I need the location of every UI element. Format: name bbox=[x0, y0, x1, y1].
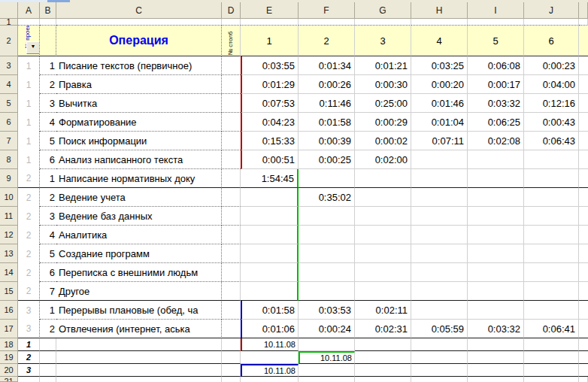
cell-project-number[interactable]: 3 bbox=[18, 320, 40, 338]
empty-cell[interactable] bbox=[56, 19, 222, 26]
cell-day-col[interactable] bbox=[222, 169, 241, 188]
cell-time[interactable] bbox=[411, 207, 468, 226]
autofilter-dropdown-button[interactable]: ▼ bbox=[26, 41, 40, 54]
cell-time[interactable]: 0:06:25 bbox=[468, 113, 524, 132]
cell-time[interactable] bbox=[299, 169, 355, 188]
cell-time[interactable]: 0:11:46 bbox=[299, 94, 355, 113]
cell-time[interactable]: 0:00:23 bbox=[524, 56, 579, 75]
cell-date[interactable] bbox=[468, 351, 524, 364]
cell-task[interactable]: Другое bbox=[56, 282, 222, 301]
cell-time[interactable] bbox=[468, 282, 524, 301]
cell-date[interactable] bbox=[524, 351, 579, 364]
cell-time[interactable]: 0:00:17 bbox=[468, 75, 524, 94]
column-header-G[interactable]: G bbox=[355, 2, 411, 19]
row-header-7[interactable]: 7 bbox=[0, 132, 18, 150]
row-header-9[interactable]: 9 bbox=[0, 169, 18, 188]
row-header-4[interactable]: 4 bbox=[0, 75, 18, 94]
cell-day-col[interactable] bbox=[222, 282, 241, 301]
cell-date[interactable]: 10.11.08 bbox=[241, 364, 299, 377]
cell-date[interactable] bbox=[524, 364, 579, 377]
column-header-H[interactable]: H bbox=[411, 2, 468, 19]
cell-time[interactable] bbox=[411, 150, 468, 169]
empty-cell[interactable] bbox=[241, 19, 299, 26]
empty-cell[interactable] bbox=[524, 19, 579, 26]
cell-day-col[interactable] bbox=[222, 320, 241, 338]
cell-day-col[interactable] bbox=[222, 113, 241, 132]
cell-time[interactable] bbox=[241, 188, 299, 207]
cell-operation-number[interactable]: 3 bbox=[40, 94, 56, 113]
cell-project-number[interactable]: 2 bbox=[18, 244, 40, 263]
cell-date[interactable] bbox=[355, 338, 411, 351]
cell-task[interactable]: Вычитка bbox=[56, 94, 222, 113]
cell-date[interactable] bbox=[241, 351, 299, 364]
cell-date[interactable] bbox=[355, 364, 411, 377]
row-header-5[interactable]: 5 bbox=[0, 94, 18, 113]
cell-day-col[interactable] bbox=[222, 56, 241, 75]
empty-cell[interactable] bbox=[411, 19, 468, 26]
cell-time[interactable]: 0:04:00 bbox=[524, 75, 579, 94]
cell-time[interactable] bbox=[241, 282, 299, 301]
cell-time[interactable]: 0:00:25 bbox=[299, 150, 355, 169]
cell-date[interactable]: 10.11.08 bbox=[299, 351, 355, 364]
column-header-F[interactable]: F bbox=[299, 2, 355, 19]
cell-time[interactable] bbox=[468, 263, 524, 282]
empty-cell[interactable] bbox=[524, 377, 579, 382]
cell-time[interactable]: 0:01:21 bbox=[355, 56, 411, 75]
column-header-I[interactable]: I bbox=[468, 2, 524, 19]
cell-task[interactable]: Отвлечения (интернет, аська bbox=[56, 320, 222, 338]
cell-operation-number[interactable]: 1 bbox=[40, 301, 56, 320]
row-header-11[interactable]: 11 bbox=[0, 207, 18, 226]
cell-time[interactable] bbox=[468, 169, 524, 188]
cell-time[interactable] bbox=[411, 169, 468, 188]
cell-task[interactable]: Поиск информации bbox=[56, 132, 222, 150]
cell-date[interactable] bbox=[411, 364, 468, 377]
empty-cell[interactable] bbox=[222, 19, 241, 26]
cell-operation-number[interactable]: 1 bbox=[40, 56, 56, 75]
cell-time[interactable] bbox=[411, 188, 468, 207]
cell-day-col[interactable] bbox=[222, 75, 241, 94]
cell-day-col[interactable] bbox=[222, 188, 241, 207]
row-header-16[interactable]: 16 bbox=[0, 301, 18, 320]
cell-time[interactable] bbox=[299, 282, 355, 301]
cell-project-number[interactable]: 1 bbox=[18, 75, 40, 94]
cell-date[interactable]: 10.11.08 bbox=[241, 338, 299, 351]
cell-project-number[interactable]: 1 bbox=[18, 56, 40, 75]
cell-time[interactable]: 0:03:25 bbox=[411, 56, 468, 75]
empty-cell[interactable] bbox=[355, 377, 411, 382]
empty-cell[interactable] bbox=[40, 19, 56, 26]
cell-time[interactable]: 0:01:58 bbox=[299, 113, 355, 132]
cell-project-number[interactable]: 1 bbox=[18, 94, 40, 113]
cell-empty[interactable] bbox=[222, 364, 241, 377]
cell-time[interactable]: 0:00:51 bbox=[241, 150, 299, 169]
row-header-13[interactable]: 13 bbox=[0, 244, 18, 263]
cell-empty[interactable] bbox=[56, 364, 222, 377]
column-header-J[interactable]: J bbox=[524, 2, 579, 19]
cell-time[interactable] bbox=[355, 169, 411, 188]
cell-time[interactable] bbox=[524, 244, 579, 263]
cell-task[interactable]: Писание текстов (первичное) bbox=[56, 56, 222, 75]
cell-time[interactable] bbox=[299, 207, 355, 226]
empty-cell[interactable] bbox=[241, 377, 299, 382]
cell-time[interactable] bbox=[468, 244, 524, 263]
column-header-C[interactable]: C bbox=[56, 2, 222, 19]
row-header-8[interactable]: 8 bbox=[0, 150, 18, 169]
cell-time[interactable] bbox=[468, 226, 524, 244]
empty-cell[interactable] bbox=[299, 377, 355, 382]
cell-task[interactable]: Ведение учета bbox=[56, 188, 222, 207]
cell-time[interactable] bbox=[299, 244, 355, 263]
empty-cell[interactable] bbox=[40, 377, 56, 382]
cell-time[interactable] bbox=[524, 301, 579, 320]
empty-cell[interactable] bbox=[468, 19, 524, 26]
cell-project-number[interactable]: 2 bbox=[18, 169, 40, 188]
cell-task[interactable]: Перерывы плановые (обед, ча bbox=[56, 301, 222, 320]
cell-task[interactable]: Форматирование bbox=[56, 113, 222, 132]
cell-time[interactable] bbox=[299, 226, 355, 244]
cell-time[interactable] bbox=[524, 207, 579, 226]
row-header-19[interactable]: 19 bbox=[0, 351, 18, 364]
cell-empty[interactable] bbox=[40, 364, 56, 377]
cell-empty[interactable] bbox=[222, 351, 241, 364]
b2-cell[interactable] bbox=[40, 26, 56, 56]
cell-time[interactable] bbox=[468, 188, 524, 207]
row-header-14[interactable]: 14 bbox=[0, 263, 18, 282]
cell-time[interactable]: 0:01:29 bbox=[241, 75, 299, 94]
